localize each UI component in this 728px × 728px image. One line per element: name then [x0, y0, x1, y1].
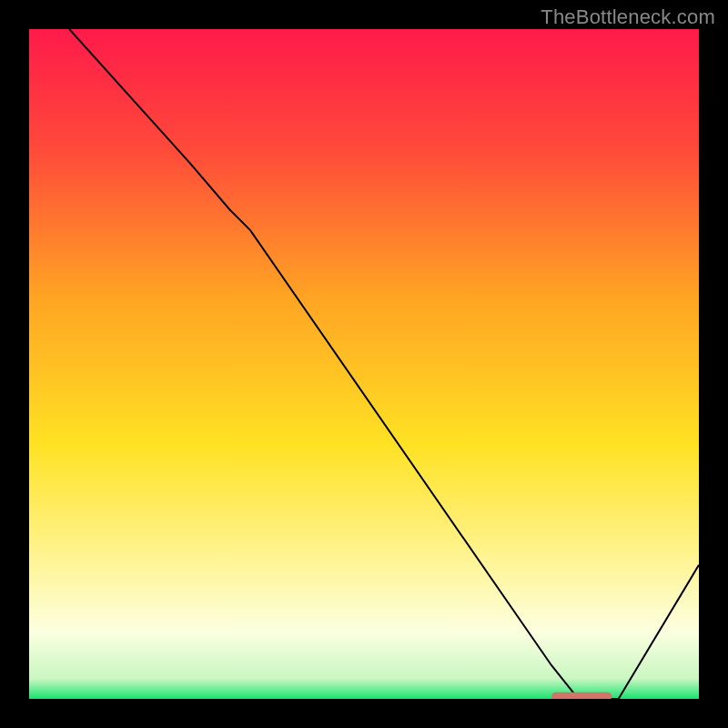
attribution-text: TheBottleneck.com — [541, 5, 715, 29]
chart-plot-area — [29, 29, 699, 699]
chart-background-gradient — [29, 29, 699, 699]
chart-svg — [29, 29, 699, 699]
chart-marker — [551, 693, 612, 699]
